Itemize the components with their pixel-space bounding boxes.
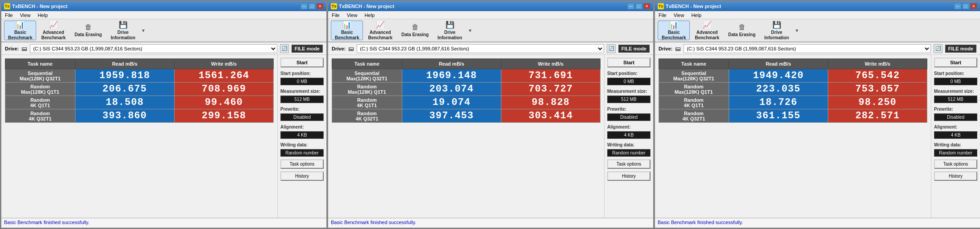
table-row: RandomMax(128K) Q1T1206.675708.969 <box>5 83 274 96</box>
table-row: Random4K Q1T118.50899.460 <box>5 96 274 109</box>
start-button[interactable]: Start <box>607 58 651 67</box>
write-value: 98.250 <box>828 96 927 109</box>
writing-value: Random number <box>607 149 651 157</box>
title-bar: Tx TxBENCH - New project ─ □ ✕ <box>655 1 980 11</box>
maximize-button[interactable]: □ <box>309 3 316 9</box>
status-text: Basic Benchmark finished successfully. <box>331 220 416 225</box>
task-options-button[interactable]: Task options <box>280 159 324 169</box>
menu-item-file[interactable]: File <box>3 12 15 18</box>
menu-item-help[interactable]: Help <box>363 12 376 18</box>
toolbar-btn-drive[interactable]: 💾 DriveInformation <box>760 21 793 40</box>
start-button[interactable]: Start <box>280 58 324 67</box>
window-title: TxBENCH - New project <box>666 4 721 9</box>
erasing-icon: 🗑 <box>412 23 419 31</box>
task-name-cell: Random4K Q32T1 <box>332 109 402 123</box>
close-button[interactable]: ✕ <box>317 3 324 9</box>
menu-item-help[interactable]: Help <box>689 12 703 18</box>
toolbar-btn-basic[interactable]: 📊 BasicBenchmark <box>658 21 690 40</box>
history-button[interactable]: History <box>934 171 977 181</box>
right-panel: Start Start position: 0 MB Measurement s… <box>277 55 326 218</box>
toolbar: 📊 BasicBenchmark 📈 AdvancedBenchmark 🗑 D… <box>328 19 653 42</box>
write-value: 282.571 <box>828 109 927 123</box>
toolbar-btn-basic[interactable]: 📊 BasicBenchmark <box>4 21 36 40</box>
title-controls: ─ □ ✕ <box>300 3 324 9</box>
toolbar-btn-erasing[interactable]: 🗑 Data Erasing <box>724 21 759 40</box>
read-value: 397.453 <box>402 109 501 123</box>
align-value: 4 KB <box>934 131 977 139</box>
window-title: TxBENCH - New project <box>12 4 67 9</box>
toolbar-arrow[interactable]: ▼ <box>140 27 146 34</box>
prewrite-label: Prewrite: <box>280 107 324 112</box>
drive-refresh-button[interactable]: 🔄 <box>934 44 942 53</box>
toolbar-btn-drive[interactable]: 💾 DriveInformation <box>107 21 139 40</box>
maximize-button[interactable]: □ <box>962 3 969 9</box>
task-options-button[interactable]: Task options <box>934 159 977 169</box>
toolbar-btn-erasing[interactable]: 🗑 Data Erasing <box>397 21 433 40</box>
drive-refresh-button[interactable]: 🔄 <box>607 44 616 53</box>
toolbar-btn-erasing[interactable]: 🗑 Data Erasing <box>71 21 106 40</box>
close-button[interactable]: ✕ <box>970 3 977 9</box>
menu-bar: FileViewHelp <box>328 11 653 19</box>
write-value: 753.057 <box>828 83 927 96</box>
menu-item-file[interactable]: File <box>657 12 668 18</box>
toolbar-btn-basic[interactable]: 📊 BasicBenchmark <box>331 21 363 40</box>
history-button[interactable]: History <box>607 171 651 181</box>
drive-refresh-button[interactable]: 🔄 <box>280 44 289 53</box>
col-header: Read mB/s <box>402 59 501 69</box>
toolbar-btn-advanced[interactable]: 📈 AdvancedBenchmark <box>37 21 69 40</box>
toolbar-btn-advanced[interactable]: 📈 AdvancedBenchmark <box>691 21 723 40</box>
maximize-button[interactable]: □ <box>635 3 642 9</box>
menu-item-view[interactable]: View <box>18 12 33 18</box>
read-value: 19.074 <box>402 96 501 109</box>
menu-item-view[interactable]: View <box>672 12 686 18</box>
advanced-label: AdvancedBenchmark <box>695 30 719 41</box>
toolbar-btn-drive[interactable]: 💾 DriveInformation <box>434 21 466 40</box>
window-title: TxBENCH - New project <box>339 4 394 9</box>
write-value: 703.727 <box>501 83 600 96</box>
toolbar: 📊 BasicBenchmark 📈 AdvancedBenchmark 🗑 D… <box>655 19 980 42</box>
benchmark-panel: Task nameRead mB/sWrite mB/sSequentialMa… <box>1 55 277 218</box>
advanced-icon: 📈 <box>49 21 58 29</box>
menu-item-help[interactable]: Help <box>36 12 50 18</box>
menu-item-file[interactable]: File <box>330 12 342 18</box>
drive-icon: 💾 <box>119 21 128 29</box>
col-header: Read mB/s <box>75 59 174 69</box>
col-header: Write mB/s <box>828 59 927 69</box>
read-value: 1949.420 <box>729 69 828 83</box>
close-button[interactable]: ✕ <box>643 3 651 9</box>
read-value: 1959.818 <box>75 69 174 83</box>
minimize-button[interactable]: ─ <box>300 3 308 9</box>
advanced-icon: 📈 <box>376 21 385 29</box>
drive-select[interactable]: (C:) SiS C344 953.23 GB (1,999,087,616 S… <box>30 44 277 53</box>
read-value: 361.155 <box>729 109 828 123</box>
task-name-cell: SequentialMax(128K) Q32T1 <box>659 69 729 83</box>
drive-bar: Drive: 🖴 (C:) SiS C344 953.23 GB (1,999,… <box>1 42 326 55</box>
align-label: Alignment: <box>607 125 651 129</box>
writing-label: Writing data: <box>934 142 977 147</box>
task-options-button[interactable]: Task options <box>607 159 651 169</box>
drive-select[interactable]: (C:) SiS C344 953.23 GB (1,999,087,616 S… <box>357 44 604 53</box>
toolbar-arrow[interactable]: ▼ <box>794 27 800 34</box>
col-header: Read mB/s <box>729 59 828 69</box>
toolbar-arrow[interactable]: ▼ <box>467 27 473 34</box>
read-value: 393.860 <box>75 109 174 123</box>
app-icon: Tx <box>658 3 664 9</box>
menu-item-view[interactable]: View <box>345 12 359 18</box>
minimize-button[interactable]: ─ <box>954 3 961 9</box>
drive-select[interactable]: (C:) SiS C344 953.23 GB (1,999,087,616 S… <box>684 44 931 53</box>
writing-value: Random number <box>280 149 324 157</box>
file-mode-badge: FILE mode <box>618 45 650 53</box>
write-value: 708.969 <box>174 83 273 96</box>
drive-label: DriveInformation <box>111 30 135 41</box>
history-button[interactable]: History <box>280 171 324 181</box>
read-value: 18.726 <box>729 96 828 109</box>
task-name-cell: RandomMax(128K) Q1T1 <box>5 83 75 96</box>
align-value: 4 KB <box>607 131 651 139</box>
drive-bar: Drive: 🖴 (C:) SiS C344 953.23 GB (1,999,… <box>655 42 980 55</box>
start-button[interactable]: Start <box>934 58 977 67</box>
table-row: SequentialMax(128K) Q32T11969.148731.691 <box>332 69 601 83</box>
toolbar-btn-advanced[interactable]: 📈 AdvancedBenchmark <box>364 21 396 40</box>
task-name-cell: Random4K Q1T1 <box>659 96 729 109</box>
drive-label: DriveInformation <box>438 30 462 41</box>
minimize-button[interactable]: ─ <box>627 3 634 9</box>
